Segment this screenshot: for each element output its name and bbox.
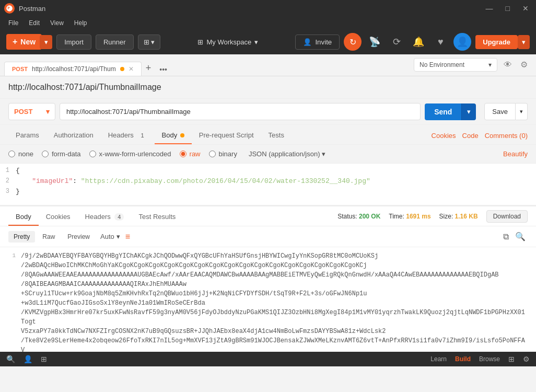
tab-tests[interactable]: Tests xyxy=(261,127,292,144)
auto-selector: Auto ▾ xyxy=(97,232,123,241)
environment-selector[interactable]: No Environment ▾ xyxy=(414,58,497,72)
send-button[interactable]: Send xyxy=(425,103,461,120)
workspace-selector[interactable]: ⊞ My Workspace ▾ xyxy=(191,35,264,49)
tab-method: POST xyxy=(12,66,28,72)
tab-headers[interactable]: Headers 1 xyxy=(101,127,155,144)
upgrade-button[interactable]: Upgrade xyxy=(475,35,518,49)
radio-urlencoded[interactable]: x-www-form-urlencoded xyxy=(89,150,171,158)
menu-edit[interactable]: Edit xyxy=(25,18,44,28)
tab-bar: POST http://localhost:7071/api/Thum ✕ + … xyxy=(0,54,536,76)
radio-none[interactable]: none xyxy=(8,150,33,158)
minimize-button[interactable]: — xyxy=(483,3,496,14)
resp-sub-tab-preview[interactable]: Preview xyxy=(62,231,95,243)
layout-button[interactable]: ⊞ ▾ xyxy=(138,34,161,50)
body-dot xyxy=(180,133,184,137)
url-input[interactable] xyxy=(60,103,421,120)
new-tab-button[interactable]: + xyxy=(142,61,156,76)
save-button[interactable]: Save xyxy=(484,103,516,120)
runner-button[interactable]: Runner xyxy=(96,34,134,50)
tab-params[interactable]: Params xyxy=(8,127,46,144)
tab-close-icon[interactable]: ✕ xyxy=(129,65,134,73)
headers-badge: 1 xyxy=(137,132,147,139)
heart-icon-btn[interactable]: ♥ xyxy=(432,33,449,51)
menu-file[interactable]: File xyxy=(4,18,22,28)
upgrade-arrow-button[interactable]: ▾ xyxy=(518,35,530,49)
more-tabs-button[interactable]: ••• xyxy=(155,63,171,76)
menu-bar: File Edit View Help xyxy=(0,17,536,29)
learn-link[interactable]: Learn xyxy=(430,355,447,363)
title-bar: P Postman — □ ✕ xyxy=(0,0,536,17)
save-arrow-button[interactable]: ▾ xyxy=(516,103,528,120)
tab-pre-request[interactable]: Pre-request Script xyxy=(192,127,261,144)
comments-link[interactable]: Comments (0) xyxy=(485,132,528,140)
menu-help[interactable]: Help xyxy=(70,18,91,28)
resp-tab-cookies[interactable]: Cookies xyxy=(39,209,78,226)
satellite-icon-btn[interactable]: 📡 xyxy=(366,33,383,51)
download-button[interactable]: Download xyxy=(486,210,528,223)
code-line-1: 1 { xyxy=(0,166,536,176)
resp-tab-body[interactable]: Body xyxy=(8,209,39,226)
eye-icon-btn[interactable]: 👁 xyxy=(502,58,514,72)
menu-view[interactable]: View xyxy=(46,18,68,28)
new-button[interactable]: + New xyxy=(6,34,42,50)
app-title: Postman xyxy=(19,5,45,13)
person-icon[interactable]: 👤 xyxy=(24,355,32,363)
wrap-icon-btn[interactable]: ≡ xyxy=(125,232,130,241)
import-button[interactable]: Import xyxy=(56,34,91,50)
url-display: http://localhost:7071/api/ThumbnailImage xyxy=(0,76,536,99)
method-selector[interactable]: POST ▾ xyxy=(8,103,55,120)
settings-icon-btn[interactable]: ⚙ xyxy=(518,57,530,72)
resp-tab-headers[interactable]: Headers 4 xyxy=(78,209,132,226)
code-link[interactable]: Code xyxy=(462,132,479,140)
content-type-label: JSON (application/json) xyxy=(249,150,320,158)
new-button-arrow[interactable]: ▾ xyxy=(40,35,52,49)
radio-form-data[interactable]: form-data xyxy=(42,150,81,158)
chevron-down-icon: ▾ xyxy=(254,38,258,46)
content-type-dropdown[interactable]: JSON (application/json) ▾ xyxy=(246,149,329,159)
radio-binary[interactable]: binary xyxy=(209,150,237,158)
cookies-link[interactable]: Cookies xyxy=(432,132,456,140)
line-num-2: 2 xyxy=(0,177,16,185)
radio-raw[interactable]: raw xyxy=(180,150,201,158)
maximize-button[interactable]: □ xyxy=(503,3,513,14)
resp-sub-tab-pretty[interactable]: Pretty xyxy=(8,231,35,243)
chevron-down-icon: ▾ xyxy=(322,150,325,158)
headers-count-badge: 4 xyxy=(114,213,124,221)
resp-sub-tab-raw[interactable]: Raw xyxy=(37,231,60,243)
avatar-btn[interactable]: 👤 xyxy=(453,33,471,51)
history-icon-btn[interactable]: ⟳ xyxy=(388,33,405,51)
raw-label: raw xyxy=(190,150,201,158)
build-link[interactable]: Build xyxy=(455,355,471,363)
environment-area: No Environment ▾ 👁 ⚙ xyxy=(414,57,536,76)
new-icon: + xyxy=(13,37,17,47)
resp-line-1: 1 /9j/2wBDAAYEBQYFBAYGBQYHBgYIChAKCgkJCh… xyxy=(8,251,528,352)
auto-label: Auto xyxy=(100,233,114,240)
request-tab-0[interactable]: POST http://localhost:7071/api/Thum ✕ xyxy=(4,62,142,76)
env-label: No Environment xyxy=(420,61,464,68)
code-line-2: 2 "imageUrl": "https://cdn.pixabay.com/p… xyxy=(0,176,536,187)
status-value: 200 OK xyxy=(359,213,380,220)
invite-button[interactable]: 👤 Invite xyxy=(295,34,340,50)
format-dropdown[interactable]: Auto ▾ xyxy=(97,232,123,241)
notification-icon-btn[interactable]: 🔔 xyxy=(410,33,427,51)
full-url-text: http://localhost:7071/api/ThumbnailImage xyxy=(8,83,161,91)
settings-icon[interactable]: ⚙ xyxy=(523,355,530,363)
search-icon-btn[interactable]: 🔍 xyxy=(513,229,528,244)
app-logo: P xyxy=(4,3,15,14)
request-tabs: Params Authorization Headers 1 Body Pre-… xyxy=(0,125,536,145)
response-content: 1 /9j/2wBDAAYEBQYFBAYGBQYHBgYIChAKCgkJCh… xyxy=(0,247,536,352)
tab-body[interactable]: Body xyxy=(155,127,192,144)
grid-icon[interactable]: ⊞ xyxy=(41,355,47,363)
beautify-button[interactable]: Beautify xyxy=(503,150,528,158)
search-icon[interactable]: 🔍 xyxy=(6,355,15,363)
copy-icon-btn[interactable]: ⧉ xyxy=(501,229,511,244)
close-button[interactable]: ✕ xyxy=(519,3,532,14)
response-sub-tabs: Pretty Raw Preview Auto ▾ ≡ ⧉ 🔍 xyxy=(0,226,536,247)
resp-tab-test-results[interactable]: Test Results xyxy=(131,209,183,226)
tab-authorization[interactable]: Authorization xyxy=(46,127,101,144)
layout-icon[interactable]: ⊞ xyxy=(508,355,515,363)
sync-button[interactable]: ↻ xyxy=(344,33,362,51)
send-arrow-button[interactable]: ▾ xyxy=(461,103,476,120)
browse-link[interactable]: Browse xyxy=(479,355,500,363)
svg-text:P: P xyxy=(8,6,10,10)
